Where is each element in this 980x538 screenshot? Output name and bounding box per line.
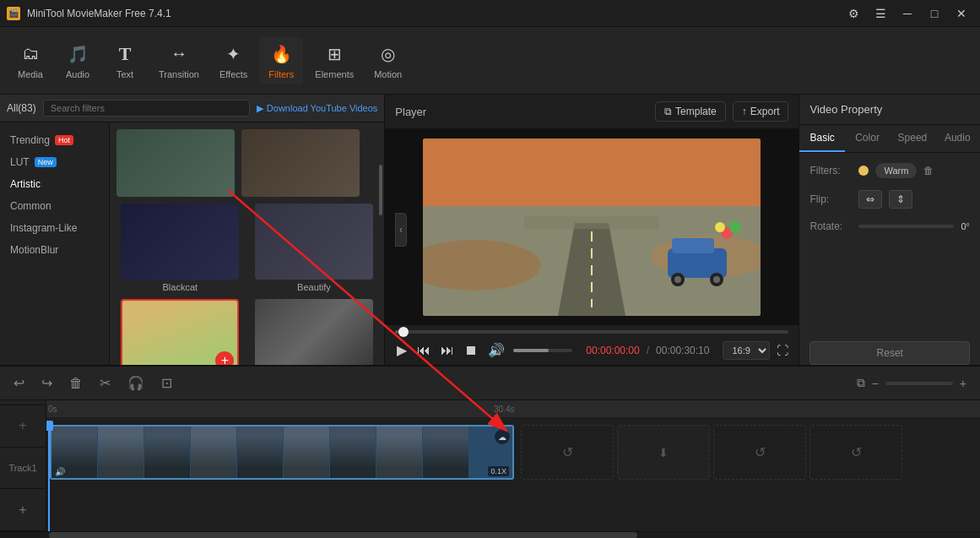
flip-label: Flip: (809, 193, 852, 205)
filter-beautify[interactable]: Beautify (251, 204, 378, 292)
filter-inkwell[interactable]: Ink Well (251, 299, 378, 365)
category-artistic-label: Artistic (10, 178, 41, 190)
filters-label: Filters: (809, 165, 852, 177)
svg-rect-7 (672, 238, 714, 253)
player-controls: ▶ ⏮ ⏭ ⏹ 🔊 00:00:00:00 / 00:00:30:10 16:9… (385, 324, 799, 365)
menu-button[interactable]: ☰ (869, 5, 892, 22)
minimize-button[interactable]: ─ (896, 5, 919, 22)
time-mark-0: 0s (48, 405, 57, 414)
filter-warm[interactable]: + Warm (116, 299, 244, 365)
time-ruler: 0s 30.4s (46, 400, 980, 417)
volume-slider[interactable] (513, 349, 572, 352)
filter-blackcat[interactable]: Blackcat (116, 204, 244, 292)
redo-button[interactable]: ↪ (38, 372, 56, 394)
prev-frame-button[interactable]: ⏮ (415, 341, 432, 360)
toolbar-audio[interactable]: 🎵 Audio (56, 37, 100, 84)
maximize-button[interactable]: □ (923, 5, 946, 22)
timeline-tracks[interactable]: 0s 30.4s (46, 400, 980, 531)
filter-trending2[interactable] (241, 129, 360, 197)
download-youtube-button[interactable]: ▶ Download YouTube Videos (257, 103, 378, 114)
flip-horizontal-button[interactable]: ⇔ (858, 190, 882, 209)
rotate-slider[interactable] (858, 225, 954, 228)
category-trending[interactable]: Trending Hot (0, 129, 109, 151)
toolbar-filters[interactable]: 🔥 Filters (259, 37, 303, 84)
trending2-thumb (241, 129, 360, 197)
audio-detach-button[interactable]: 🎧 (124, 372, 148, 394)
svg-point-9 (674, 276, 681, 283)
add-track2-button[interactable]: + (19, 503, 26, 518)
text-label: Text (116, 69, 133, 79)
zoom-in-button[interactable]: + (956, 373, 970, 394)
category-lut[interactable]: LUT New (0, 151, 109, 173)
category-common[interactable]: Common (0, 195, 109, 217)
progress-handle[interactable] (398, 327, 409, 337)
close-button[interactable]: ✕ (950, 5, 973, 22)
volume-button[interactable]: 🔊 (486, 340, 506, 360)
timeline-content: + Track1 + 0s 30.4s (0, 400, 980, 531)
filter-trending1[interactable] (116, 129, 235, 197)
progress-bar[interactable] (395, 330, 788, 334)
delete-filter-button[interactable]: 🗑 (923, 165, 934, 177)
category-instagram[interactable]: Instagram-Like (0, 217, 109, 239)
toolbar-text[interactable]: T Text (103, 37, 147, 84)
scrollbar-thumb[interactable] (49, 532, 637, 538)
flip-vertical-button[interactable]: ⇕ (889, 190, 912, 209)
toolbar-media[interactable]: 🗂 Media (8, 37, 52, 84)
cursor-line (48, 421, 50, 531)
slot3-arrow-icon: ↺ (755, 444, 766, 460)
app-icon: 🎬 (7, 7, 20, 20)
clip-frame-3 (144, 427, 191, 478)
panel-collapse-handle[interactable]: ‹ (395, 213, 407, 247)
clip-frame-7 (330, 427, 376, 478)
next-frame-button[interactable]: ⏭ (439, 341, 456, 360)
undo-button[interactable]: ↩ (10, 372, 28, 394)
toolbar-elements[interactable]: ⊞ Elements (306, 37, 362, 84)
search-input[interactable] (43, 100, 250, 117)
fullscreen-button[interactable]: ⛶ (777, 344, 788, 357)
delete-button[interactable]: 🗑 (66, 372, 86, 394)
export-button[interactable]: ↑ Export (733, 101, 789, 122)
filters-label: Filters (268, 69, 294, 79)
video-clip[interactable]: ☁ 🔊 0.1X (50, 425, 514, 480)
toolbar-effects[interactable]: ✦ Effects (211, 37, 256, 84)
play-button[interactable]: ▶ (395, 340, 409, 360)
timeline-scrollbar[interactable] (0, 531, 980, 538)
audio-icon: 🎵 (66, 42, 89, 66)
tab-speed[interactable]: Speed (890, 125, 934, 152)
clip-frame-5 (237, 427, 284, 478)
pin-button[interactable]: ⚙ (842, 5, 865, 22)
all-filters-toggle[interactable]: All(83) (7, 102, 36, 114)
toolbar-transition[interactable]: ↔ Transition (150, 37, 208, 84)
time-separator: / (647, 345, 649, 356)
aspect-ratio-select[interactable]: 16:9 9:16 1:1 4:3 21:9 (723, 341, 770, 360)
clip-frame-8 (376, 427, 423, 478)
template-button[interactable]: ⧉ Template (655, 101, 726, 122)
toolbar-motion[interactable]: ◎ Motion (365, 37, 410, 84)
controls-row: ▶ ⏮ ⏭ ⏹ 🔊 00:00:00:00 / 00:00:30:10 16:9… (395, 340, 788, 360)
transition-icon: ↔ (167, 42, 191, 66)
zoom-slider[interactable] (885, 382, 953, 385)
player-header-buttons: ⧉ Template ↑ Export (655, 101, 788, 122)
add-track-button[interactable]: + (19, 418, 26, 433)
tab-audio[interactable]: Audio (935, 125, 980, 152)
timeline-toolbar: ↩ ↪ 🗑 ✂ 🎧 ⊡ ⧉ − + (0, 367, 980, 400)
tab-color[interactable]: Color (845, 125, 890, 152)
category-artistic[interactable]: Artistic (0, 173, 109, 195)
volume-fill (513, 349, 549, 352)
tab-basic[interactable]: Basic (799, 125, 844, 152)
text-icon: T (113, 42, 137, 66)
rotate-row: Rotate: 0° (809, 220, 970, 232)
total-time: 00:00:30:10 (656, 345, 709, 356)
category-motionblur[interactable]: MotionBlur (0, 239, 109, 261)
progress-bar-area[interactable] (395, 330, 788, 334)
track-labels: + Track1 + (0, 400, 46, 531)
stop-button[interactable]: ⏹ (463, 341, 479, 360)
video-track: ☁ 🔊 0.1X ↺ ⬇ ↺ (48, 421, 980, 484)
flip-row: Flip: ⇔ ⇕ (809, 190, 970, 209)
zoom-out-button[interactable]: − (869, 373, 882, 394)
crop-button[interactable]: ⊡ (158, 372, 176, 394)
cut-button[interactable]: ✂ (96, 372, 114, 394)
cursor-handle[interactable] (46, 421, 53, 431)
property-title: Video Property (799, 95, 980, 125)
reset-button[interactable]: Reset (809, 341, 970, 365)
